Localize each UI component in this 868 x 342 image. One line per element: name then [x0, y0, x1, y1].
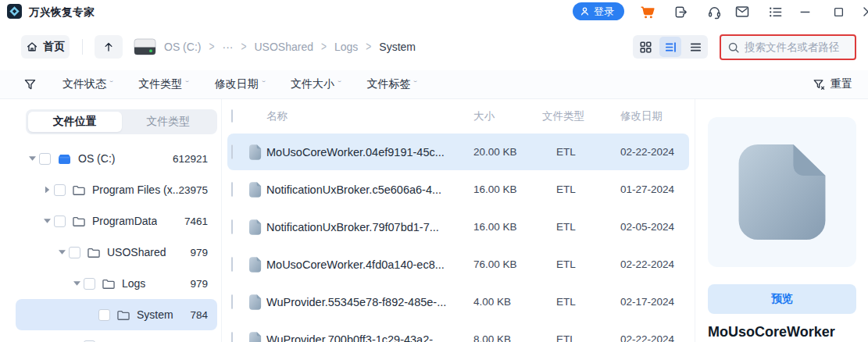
breadcrumb-item[interactable]: OS (C:) — [164, 41, 201, 53]
table-row[interactable]: WuProvider.700b0ff3-1c29-43a2-... 8.00 K… — [227, 321, 689, 342]
tree-count: 979 — [190, 278, 217, 290]
filter-dropdown[interactable]: 文件状态 ˇ — [63, 77, 113, 91]
tree-item[interactable] — [16, 330, 217, 342]
file-icon — [249, 257, 262, 273]
folder-icon — [87, 247, 101, 258]
file-size: 20.00 KB — [448, 146, 527, 158]
tree-count: 7461 — [184, 216, 217, 227]
file-date: 02-22-2024 — [597, 146, 689, 158]
navigate-up-button[interactable] — [95, 35, 123, 59]
sidebar-tab[interactable]: 文件位置 — [28, 112, 122, 132]
row-checkbox[interactable] — [231, 219, 233, 234]
tree-count: 612921 — [173, 153, 217, 165]
row-checkbox[interactable] — [231, 144, 233, 159]
caret-down-icon[interactable] — [25, 156, 39, 161]
preview-button[interactable]: 预览 — [708, 284, 856, 314]
row-checkbox[interactable] — [231, 182, 233, 197]
table-row[interactable]: NotificationUxBroker.79f07bd1-7... 16.00… — [227, 208, 689, 245]
sidebar-tab[interactable]: 文件类型 — [122, 112, 216, 132]
chevron-down-icon: ˇ — [262, 80, 266, 89]
support-headset-icon[interactable] — [705, 3, 723, 20]
caret-right-icon[interactable] — [40, 187, 54, 192]
table-row[interactable]: WuProvider.55345e78-f892-485e-... 4.00 K… — [227, 283, 689, 320]
sidebar: 文件位置 文件类型 OS (C:) 612921 Program Files (… — [16, 99, 221, 342]
filter-dropdown[interactable]: 修改日期 ˇ — [215, 77, 265, 91]
column-header-size[interactable]: 大小 — [448, 109, 527, 123]
arrow-up-icon — [102, 41, 115, 53]
select-all-checkbox[interactable] — [231, 109, 233, 123]
preview-file-name: MoUsoCoreWorker — [708, 324, 856, 340]
tree-checkbox[interactable] — [54, 184, 66, 196]
file-name: NotificationUxBroker.c5e606a6-4... — [266, 183, 441, 196]
tree-checkbox[interactable] — [69, 247, 80, 258]
column-header-name[interactable]: 名称 — [249, 109, 448, 123]
titlebar: 万兴恢复专家 登录 — [0, 0, 868, 23]
file-size: 16.00 KB — [448, 183, 527, 195]
file-table: 名称 大小 文件类型 修改日期 MoUsoCoreWorker.04ef9191… — [221, 99, 695, 342]
filter-dropdown[interactable]: 文件标签 ˇ — [366, 77, 416, 91]
nav-divider — [82, 39, 83, 55]
breadcrumb-separator-icon: > — [321, 40, 327, 54]
table-row[interactable]: MoUsoCoreWorker.4fd0a140-ec8... 76.00 KB… — [227, 246, 689, 283]
tree-item[interactable]: USOShared 979 — [16, 237, 217, 268]
row-checkbox[interactable] — [231, 257, 233, 272]
tree-item[interactable]: System 784 — [16, 299, 217, 330]
filter-dropdown[interactable]: 文件大小 ˇ — [291, 77, 341, 91]
mail-icon[interactable] — [734, 3, 751, 20]
file-type: ETL — [527, 333, 597, 342]
tree-checkbox[interactable] — [54, 216, 66, 227]
filter-label: 文件大小 — [291, 77, 334, 91]
file-icon — [249, 332, 262, 342]
table-row[interactable]: NotificationUxBroker.c5e606a6-4... 16.00… — [227, 171, 689, 208]
filter-dropdown[interactable]: 文件类型 ˇ — [138, 77, 188, 91]
file-date: 02-17-2024 — [597, 296, 689, 308]
folder-icon — [72, 184, 86, 196]
home-button[interactable]: 首页 — [21, 35, 70, 59]
export-icon[interactable] — [672, 3, 689, 20]
tree-checkbox[interactable] — [84, 278, 95, 290]
file-date: 02-22-2024 — [597, 258, 689, 270]
breadcrumb-item[interactable]: USOShared — [254, 41, 313, 53]
row-checkbox[interactable] — [231, 294, 233, 309]
tree-item[interactable]: Program Files (x... 23975 — [16, 174, 217, 205]
reset-label: 重置 — [830, 77, 852, 91]
login-button[interactable]: 登录 — [573, 2, 624, 20]
file-type: ETL — [527, 258, 597, 270]
table-row[interactable]: MoUsoCoreWorker.04ef9191-45c... 20.00 KB… — [227, 134, 689, 170]
list-view-button[interactable] — [684, 37, 706, 57]
tree-checkbox[interactable] — [98, 309, 110, 321]
tree-item[interactable]: OS (C:) 612921 — [16, 143, 217, 174]
tree-item[interactable]: ProgramData 7461 — [16, 205, 217, 237]
chevron-down-icon: ˇ — [338, 80, 341, 89]
tree-checkbox[interactable] — [39, 153, 51, 165]
home-label: 首页 — [43, 40, 65, 54]
breadcrumb-item[interactable]: System — [379, 41, 416, 53]
chevron-down-icon: ˇ — [109, 80, 113, 89]
file-name: MoUsoCoreWorker.4fd0a140-ec8... — [266, 258, 445, 271]
column-header-date[interactable]: 修改日期 — [597, 109, 689, 123]
folder-icon — [102, 278, 116, 290]
filter-funnel-icon[interactable] — [23, 78, 37, 91]
caret-down-icon[interactable] — [55, 250, 69, 255]
breadcrumb-item[interactable]: Logs — [334, 41, 358, 53]
file-date: 01-27-2024 — [597, 183, 689, 195]
breadcrumb-item[interactable]: ··· — [222, 41, 233, 53]
list-detail-view-button[interactable] — [659, 37, 681, 57]
grid-view-button[interactable] — [634, 37, 656, 57]
search-box[interactable] — [720, 34, 856, 60]
caret-down-icon[interactable] — [40, 219, 54, 223]
caret-down-icon[interactable] — [70, 281, 84, 286]
close-button[interactable] — [859, 3, 868, 20]
search-input[interactable] — [745, 41, 848, 53]
column-header-type[interactable]: 文件类型 — [527, 109, 597, 123]
minimize-button[interactable] — [796, 3, 813, 20]
chevron-down-icon: ˇ — [414, 80, 418, 89]
maximize-button[interactable] — [830, 3, 847, 20]
filter-label: 文件类型 — [138, 77, 182, 91]
row-checkbox[interactable] — [231, 332, 233, 342]
reset-filters-button[interactable]: 重置 — [813, 77, 852, 91]
tree-item[interactable]: Logs 979 — [16, 268, 217, 299]
menu-list-icon[interactable] — [766, 3, 784, 20]
cart-icon[interactable] — [638, 3, 655, 20]
hard-drive-icon — [133, 37, 157, 56]
